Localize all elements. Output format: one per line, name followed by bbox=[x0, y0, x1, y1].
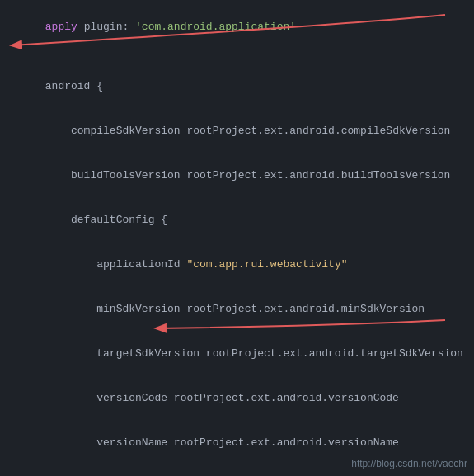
code-line-1: apply plugin: 'com.android.application' bbox=[0, 5, 474, 49]
code-line-3: android { bbox=[0, 64, 474, 109]
keyword-apply: apply bbox=[45, 21, 77, 33]
watermark: http://blog.csdn.net/vaechr bbox=[351, 458, 467, 469]
code-line-10: versionCode rootProject.ext.android.vers… bbox=[0, 376, 474, 421]
code-line-5: buildToolsVersion rootProject.ext.androi… bbox=[0, 153, 474, 198]
code-line-2 bbox=[0, 49, 474, 64]
code-line-8: minSdkVersion rootProject.ext.android.mi… bbox=[0, 287, 474, 332]
code-line-6: defaultConfig { bbox=[0, 198, 474, 243]
code-line-7: applicationId "com.app.rui.webactivity" bbox=[0, 243, 474, 287]
code-line-9: targetSdkVersion rootProject.ext.android… bbox=[0, 332, 474, 376]
code-line-4: compileSdkVersion rootProject.ext.androi… bbox=[0, 109, 474, 153]
code-editor: apply plugin: 'com.android.application' … bbox=[0, 0, 474, 476]
